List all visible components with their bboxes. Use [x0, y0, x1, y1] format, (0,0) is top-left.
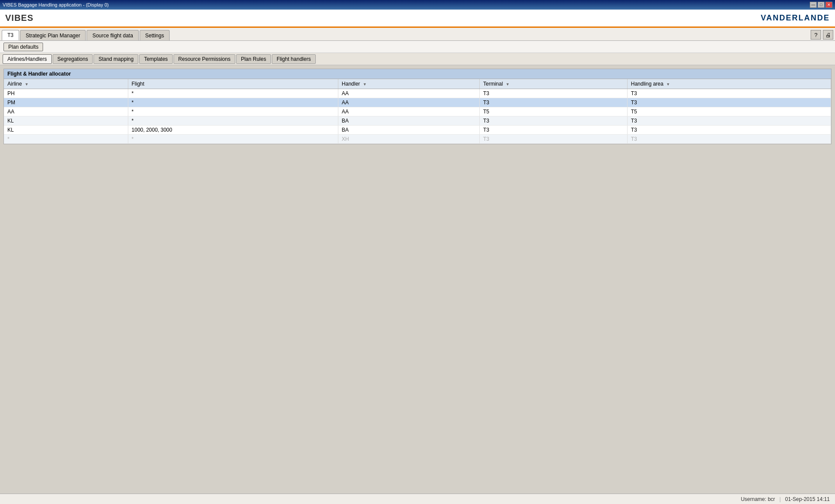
- cell-airline: KL: [4, 126, 128, 135]
- tab-t3[interactable]: T3: [2, 30, 19, 40]
- sub-tab-templates[interactable]: Templates: [139, 54, 173, 64]
- cell-handling_area: T3: [627, 135, 831, 144]
- handler-filter-icon[interactable]: ▼: [363, 82, 367, 86]
- cell-handler: AA: [338, 89, 479, 98]
- status-divider: |: [779, 496, 781, 502]
- username-label: Username: bcr: [741, 496, 775, 502]
- cell-handler: BA: [338, 126, 479, 135]
- col-flight[interactable]: Flight: [128, 79, 338, 89]
- table-row[interactable]: PH*AAT3T3: [4, 89, 831, 98]
- sub-tab-resource-permissions[interactable]: Resource Permissions: [174, 54, 235, 64]
- close-button[interactable]: ✕: [825, 2, 832, 8]
- sub-tab-airlines-handlers[interactable]: Airlines/Handlers: [3, 54, 52, 64]
- company-logo: VANDERLANDE: [761, 13, 830, 23]
- app-title: VIBES: [5, 13, 761, 23]
- cell-terminal: T3: [479, 116, 627, 126]
- table-row[interactable]: PM*AAT3T3: [4, 98, 831, 107]
- sub-tab-stand-mapping[interactable]: Stand mapping: [94, 54, 138, 64]
- cell-airline: AA: [4, 107, 128, 116]
- help-button[interactable]: ?: [811, 30, 821, 40]
- cell-airline: *: [4, 135, 128, 144]
- cell-flight: *: [128, 107, 338, 116]
- sub-tab-flight-handlers[interactable]: Flight handlers: [272, 54, 316, 64]
- table-row[interactable]: KL*BAT3T3: [4, 116, 831, 126]
- cell-handler: XH: [338, 135, 479, 144]
- tab-strategic-plan-manager[interactable]: Strategic Plan Manager: [20, 30, 86, 40]
- cell-flight: *: [128, 98, 338, 107]
- main-tabs: T3 Strategic Plan Manager Source flight …: [0, 28, 835, 41]
- cell-handler: AA: [338, 107, 479, 116]
- cell-terminal: T3: [479, 89, 627, 98]
- sub-tab-segregations[interactable]: Segregations: [53, 54, 93, 64]
- terminal-filter-icon[interactable]: ▼: [506, 82, 510, 86]
- table-row[interactable]: AA*AAT5T5: [4, 107, 831, 116]
- table-row[interactable]: **XHT3T3: [4, 135, 831, 144]
- title-bar: VIBES Baggage Handling application - (Di…: [0, 0, 835, 10]
- handling-area-filter-icon[interactable]: ▼: [666, 82, 670, 86]
- cell-flight: *: [128, 89, 338, 98]
- sub-tab-plan-rules[interactable]: Plan Rules: [236, 54, 271, 64]
- cell-terminal: T5: [479, 107, 627, 116]
- tab-settings[interactable]: Settings: [140, 30, 170, 40]
- table-header-row: Airline ▼ Flight Handler ▼ Terminal ▼: [4, 79, 831, 89]
- table-body: PH*AAT3T3PM*AAT3T3AA*AAT5T5KL*BAT3T3KL10…: [4, 89, 831, 144]
- col-handler[interactable]: Handler ▼: [338, 79, 479, 89]
- col-handling-area[interactable]: Handling area ▼: [627, 79, 831, 89]
- table-section: Flight & Handler allocator Airline ▼ Fli…: [3, 69, 832, 144]
- title-bar-text: VIBES Baggage Handling application - (Di…: [3, 2, 810, 7]
- cell-flight: *: [128, 116, 338, 126]
- table-row[interactable]: KL1000, 2000, 3000BAT3T3: [4, 126, 831, 135]
- app-header: VIBES VANDERLANDE: [0, 10, 835, 28]
- cell-handling_area: T3: [627, 98, 831, 107]
- allocator-table: Airline ▼ Flight Handler ▼ Terminal ▼: [4, 79, 831, 144]
- cell-handling_area: T5: [627, 107, 831, 116]
- section-title: Flight & Handler allocator: [4, 69, 831, 79]
- sub-tabs: Airlines/Handlers Segregations Stand map…: [0, 53, 835, 65]
- top-action-area: Plan defaults: [0, 41, 835, 53]
- cell-airline: KL: [4, 116, 128, 126]
- title-bar-controls: — □ ✕: [810, 2, 832, 8]
- cell-flight: *: [128, 135, 338, 144]
- cell-handler: AA: [338, 98, 479, 107]
- cell-airline: PM: [4, 98, 128, 107]
- cell-terminal: T3: [479, 135, 627, 144]
- cell-terminal: T3: [479, 98, 627, 107]
- cell-handling_area: T3: [627, 89, 831, 98]
- col-airline[interactable]: Airline ▼: [4, 79, 128, 89]
- tab-source-flight-data[interactable]: Source flight data: [87, 30, 138, 40]
- maximize-button[interactable]: □: [818, 2, 825, 8]
- airline-filter-icon[interactable]: ▼: [25, 82, 29, 86]
- content: Flight & Handler allocator Airline ▼ Fli…: [0, 65, 835, 148]
- print-button[interactable]: 🖨: [823, 30, 833, 40]
- action-tab-plan-defaults[interactable]: Plan defaults: [3, 43, 43, 51]
- cell-terminal: T3: [479, 126, 627, 135]
- cell-handling_area: T3: [627, 126, 831, 135]
- status-bar: Username: bcr | 01-Sep-2015 14:11: [0, 494, 835, 504]
- cell-airline: PH: [4, 89, 128, 98]
- cell-handling_area: T3: [627, 116, 831, 126]
- minimize-button[interactable]: —: [810, 2, 817, 8]
- cell-handler: BA: [338, 116, 479, 126]
- cell-flight: 1000, 2000, 3000: [128, 126, 338, 135]
- col-terminal[interactable]: Terminal ▼: [479, 79, 627, 89]
- date-label: 01-Sep-2015 14:11: [785, 496, 830, 502]
